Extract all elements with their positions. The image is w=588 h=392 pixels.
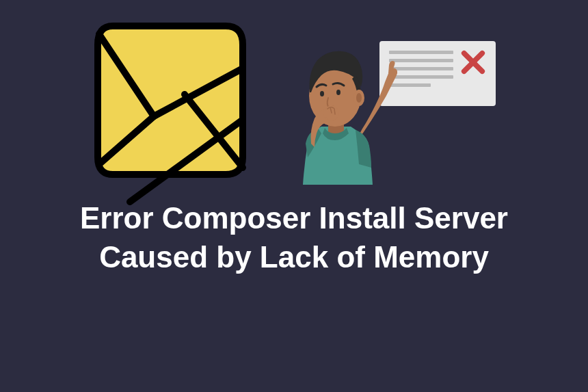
- person-with-error-dialog: [291, 21, 496, 185]
- laravel-logo: [92, 21, 250, 178]
- confused-person-illustration: [291, 44, 414, 185]
- svg-point-5: [320, 91, 324, 96]
- page-title: Error Composer Install Server Caused by …: [55, 198, 533, 276]
- graphics-row: [92, 21, 496, 185]
- error-x-icon: [460, 49, 486, 75]
- svg-point-4: [356, 93, 362, 103]
- svg-point-6: [336, 90, 340, 95]
- laravel-logo-svg: [92, 21, 250, 205]
